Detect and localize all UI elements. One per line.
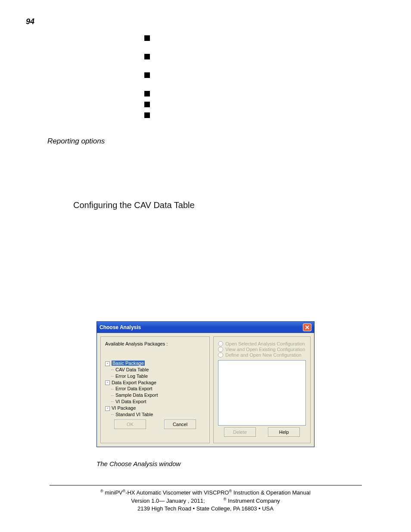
tree-node-cav-data-table[interactable]: CAV Data Table [105,367,205,373]
footer-line-2: Version 1.0— January , 2011; ® Instrumen… [0,497,411,505]
section-label: Reporting options [47,137,105,146]
right-panel: Open Selected Analysis Configuration Vie… [213,336,311,443]
bullet-square [144,72,150,78]
delete-button[interactable]: Delete [224,427,256,437]
bullet-list [144,35,150,118]
footer-text: miniPV [103,489,123,496]
page-footer: ® miniPV®-HX Automatic Viscometer with V… [0,488,411,512]
tree-label: Basic Package [112,361,145,366]
help-button[interactable]: Help [268,427,300,437]
heading-configuring: Configuring the CAV Data Table [73,200,195,210]
tree-node-vi-package[interactable]: -VI Package [105,405,205,411]
radio-icon [218,347,223,352]
close-icon [305,325,309,330]
dialog-titlebar: Choose Analysis [97,322,314,333]
tree-label: VI Package [112,405,136,411]
radio-icon [218,341,223,346]
radio-label: Open Selected Analysis Configuration [225,341,305,346]
radio-label: View and Open Existing Configuration [225,347,305,352]
bullet-square [144,35,150,41]
tree-node-data-export-package[interactable]: -Data Export Package [105,380,205,386]
bullet-square [144,91,150,96]
left-panel: Available Analysis Packages : -Basic Pac… [100,336,210,443]
tree-node-vi-data-export[interactable]: VI Data Export [105,398,205,405]
bullet-square [144,54,150,59]
radio-define-new[interactable]: Define and Open New Configuration [218,352,306,358]
configuration-listbox[interactable] [218,360,306,426]
figure-caption: The Choose Analysis window [97,460,181,467]
bullet-square [144,112,150,118]
tree-label: Data Export Package [112,380,156,385]
choose-analysis-dialog: Choose Analysis Available Analysis Packa… [97,321,314,447]
collapse-icon[interactable]: - [105,361,110,366]
cancel-button[interactable]: Cancel [164,420,196,429]
footer-text: Instruction & Operation Manual [232,489,311,496]
tree-node-error-data-export[interactable]: Error Data Export [105,386,205,392]
footer-line-3: 2139 High Tech Road • State College, PA … [0,505,411,513]
radio-icon [218,352,223,358]
collapse-icon[interactable]: - [105,406,110,411]
bullet-square [144,102,150,107]
tree-node-basic-package[interactable]: -Basic Package [105,360,205,367]
footer-text: Version 1.0— January , 2011; [131,498,205,504]
footer-rule [50,485,362,485]
tree-node-error-log-table[interactable]: Error Log Table [105,373,205,380]
config-radio-group: Open Selected Analysis Configuration Vie… [218,341,306,358]
ok-button[interactable]: OK [114,420,146,429]
radio-label: Define and Open New Configuration [225,352,302,358]
close-button[interactable] [303,324,311,331]
collapse-icon[interactable]: - [105,380,110,385]
page-number: 94 [26,17,34,26]
package-tree[interactable]: -Basic Package CAV Data Table Error Log … [105,360,205,418]
radio-open-selected[interactable]: Open Selected Analysis Configuration [218,341,306,346]
radio-view-existing[interactable]: View and Open Existing Configuration [218,347,306,352]
dialog-title: Choose Analysis [100,324,141,330]
available-packages-label: Available Analysis Packages : [105,341,205,346]
reg-mark: ® [100,489,103,493]
footer-text: Instrument Company [226,498,280,504]
footer-text: -HX Automatic Viscometer with VISCPRO [125,489,229,496]
tree-node-standard-vi-table[interactable]: Standard VI Table [105,411,205,418]
footer-line-1: ® miniPV®-HX Automatic Viscometer with V… [0,488,411,497]
tree-node-sample-data-export[interactable]: Sample Data Export [105,392,205,398]
